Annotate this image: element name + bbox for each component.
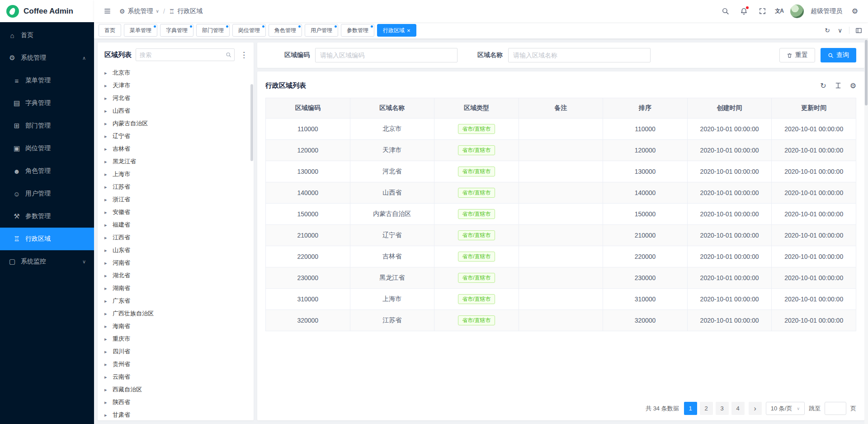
tree-node[interactable]: ▸ 山西省 — [98, 105, 254, 117]
table-row[interactable]: 320000 江苏省 省市/直辖市 320000 2020-10-01 00:0… — [266, 310, 856, 331]
tree-node[interactable]: ▸ 辽宁省 — [98, 130, 254, 143]
tree-node[interactable]: ▸ 云南省 — [98, 371, 254, 383]
caret-right-icon[interactable]: ▸ — [104, 184, 109, 190]
tree-node[interactable]: ▸ 北京市 — [98, 67, 254, 79]
bell-icon[interactable] — [738, 5, 750, 17]
caret-right-icon[interactable]: ▸ — [104, 108, 109, 114]
caret-right-icon[interactable]: ▸ — [104, 336, 109, 342]
table-row[interactable]: 150000 内蒙古自治区 省市/直辖市 150000 2020-10-01 0… — [266, 204, 856, 225]
sidebar-menu-item[interactable]: ≡ 菜单管理 — [0, 69, 94, 92]
tree-node[interactable]: ▸ 广东省 — [98, 295, 254, 307]
table-row[interactable]: 220000 吉林省 省市/直辖市 220000 2020-10-01 00:0… — [266, 246, 856, 267]
fullscreen-icon[interactable] — [756, 5, 768, 17]
tree-node[interactable]: ▸ 上海市 — [98, 168, 254, 181]
sidebar-menu-item[interactable]: ⊞ 部门管理 — [0, 114, 94, 137]
refresh-icon[interactable]: ↻ — [820, 81, 826, 90]
caret-right-icon[interactable]: ▸ — [104, 260, 109, 266]
column-settings-icon[interactable]: ⚙ — [850, 81, 856, 90]
sidebar-menu-item[interactable]: ▣ 岗位管理 — [0, 137, 94, 160]
user-avatar[interactable] — [790, 5, 804, 18]
search-icon[interactable] — [226, 52, 231, 58]
table-row[interactable]: 310000 上海市 省市/直辖市 310000 2020-10-01 00:0… — [266, 289, 856, 310]
tabs-dropdown-chevron-icon[interactable]: ∨ — [835, 24, 845, 36]
caret-right-icon[interactable]: ▸ — [104, 273, 109, 279]
page-button[interactable]: 2 — [700, 402, 713, 415]
caret-right-icon[interactable]: ▸ — [104, 374, 109, 380]
caret-right-icon[interactable]: ▸ — [104, 248, 109, 253]
tab[interactable]: 岗位管理 × — [232, 24, 266, 37]
refresh-icon[interactable]: ↻ — [822, 24, 832, 36]
tree-node[interactable]: ▸ 天津市 — [98, 79, 254, 92]
tree-node[interactable]: ▸ 湖北省 — [98, 269, 254, 282]
page-button[interactable]: 3 — [716, 402, 729, 415]
tab[interactable]: 用户管理 × — [305, 24, 338, 37]
page-size-select[interactable]: 10 条/页 ∨ — [766, 402, 805, 415]
page-button[interactable]: 1 — [684, 402, 697, 415]
settings-gear-icon[interactable]: ⚙ — [849, 5, 861, 17]
tab[interactable]: 角色管理 × — [269, 24, 302, 37]
sidebar-menu-item[interactable]: ▤ 字典管理 — [0, 92, 94, 114]
caret-right-icon[interactable]: ▸ — [104, 387, 109, 393]
caret-right-icon[interactable]: ▸ — [104, 197, 109, 203]
sidebar-menu-item[interactable]: ⚙ 系统管理 ∧ — [0, 47, 94, 69]
caret-right-icon[interactable]: ▸ — [104, 95, 109, 101]
column-header[interactable]: 创建时间 — [687, 98, 772, 119]
caret-right-icon[interactable]: ▸ — [104, 324, 109, 329]
tab[interactable]: 参数管理 × — [341, 24, 374, 37]
tab[interactable]: 字典管理 × — [160, 24, 193, 37]
caret-right-icon[interactable]: ▸ — [104, 286, 109, 291]
caret-right-icon[interactable]: ▸ — [104, 235, 109, 241]
sidebar-toggle-icon[interactable] — [101, 5, 113, 17]
tree-node[interactable]: ▸ 湖南省 — [98, 282, 254, 295]
tree-node[interactable]: ▸ 贵州省 — [98, 358, 254, 371]
caret-right-icon[interactable]: ▸ — [104, 210, 109, 215]
tree-node[interactable]: ▸ 河北省 — [98, 92, 254, 105]
table-row[interactable]: 120000 天津市 省市/直辖市 120000 2020-10-01 00:0… — [266, 140, 856, 161]
table-row[interactable]: 230000 黑龙江省 省市/直辖市 230000 2020-10-01 00:… — [266, 267, 856, 289]
caret-right-icon[interactable]: ▸ — [104, 83, 109, 89]
tree-node[interactable]: ▸ 甘肃省 — [98, 409, 254, 420]
sidebar-menu-item[interactable]: ♖ 行政区域 — [0, 228, 94, 250]
jump-page-input[interactable] — [825, 402, 846, 415]
region-code-input[interactable] — [315, 48, 458, 62]
caret-right-icon[interactable]: ▸ — [104, 146, 109, 152]
tree-node[interactable]: ▸ 福建省 — [98, 219, 254, 231]
caret-right-icon[interactable]: ▸ — [104, 311, 109, 317]
column-header[interactable]: 排序 — [603, 98, 688, 119]
search-icon[interactable] — [719, 5, 731, 17]
caret-right-icon[interactable]: ▸ — [104, 362, 109, 367]
tree-node[interactable]: ▸ 江西省 — [98, 231, 254, 244]
column-header[interactable]: 备注 — [519, 98, 603, 119]
sidebar-menu-item[interactable]: ☺ 用户管理 — [0, 182, 94, 205]
caret-right-icon[interactable]: ▸ — [104, 133, 109, 139]
tree-search-input[interactable] — [136, 48, 235, 61]
tree-node[interactable]: ▸ 广西壮族自治区 — [98, 307, 254, 320]
tree-node[interactable]: ▸ 内蒙古自治区 — [98, 117, 254, 130]
sidebar-menu-item[interactable]: ☻ 角色管理 — [0, 160, 94, 182]
caret-right-icon[interactable]: ▸ — [104, 70, 109, 76]
next-page-button[interactable]: › — [749, 402, 762, 415]
tab[interactable]: 菜单管理 × — [124, 24, 157, 37]
caret-right-icon[interactable]: ▸ — [104, 298, 109, 304]
tree-node[interactable]: ▸ 四川省 — [98, 345, 254, 358]
column-header[interactable]: 更新时间 — [772, 98, 856, 119]
query-button[interactable]: 查询 — [821, 48, 856, 62]
caret-right-icon[interactable]: ▸ — [104, 412, 109, 418]
layout-panel-icon[interactable] — [854, 24, 863, 36]
caret-right-icon[interactable]: ▸ — [104, 159, 109, 165]
tree-node[interactable]: ▸ 重庆市 — [98, 333, 254, 345]
tree-scrollbar[interactable] — [250, 84, 253, 420]
table-row[interactable]: 140000 山西省 省市/直辖市 140000 2020-10-01 00:0… — [266, 182, 856, 204]
caret-right-icon[interactable]: ▸ — [104, 349, 109, 355]
tree-node[interactable]: ▸ 海南省 — [98, 320, 254, 333]
tree-node[interactable]: ▸ 西藏自治区 — [98, 383, 254, 396]
tree-node[interactable]: ▸ 黑龙江省 — [98, 155, 254, 168]
app-logo[interactable]: Coffee Admin — [0, 0, 94, 22]
column-header[interactable]: 区域名称 — [350, 98, 434, 119]
caret-right-icon[interactable]: ▸ — [104, 222, 109, 228]
row-height-icon[interactable] — [835, 82, 842, 89]
table-row[interactable]: 130000 河北省 省市/直辖市 130000 2020-10-01 00:0… — [266, 161, 856, 182]
tab-close-icon[interactable]: × — [407, 28, 410, 33]
region-name-input[interactable] — [508, 48, 651, 62]
breadcrumb-root[interactable]: ⚙ 系统管理 ∨ — [119, 7, 159, 15]
